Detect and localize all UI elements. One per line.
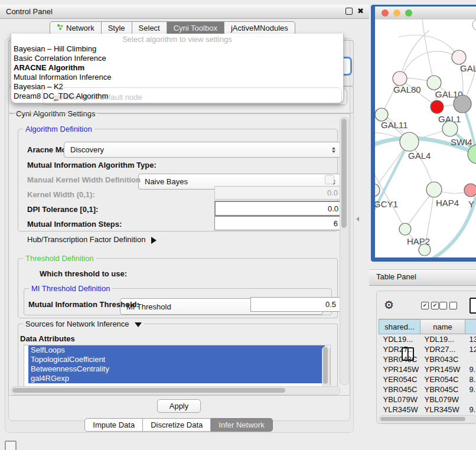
splitter-handle-icon[interactable] — [356, 217, 359, 221]
column-header-partial: A — [465, 319, 476, 334]
hub-definition-expander[interactable]: Hub/Transcription Factor Definition — [27, 235, 157, 244]
collapsed-panel-button[interactable] — [5, 441, 17, 450]
table-row[interactable]: YBR045CYBR045C9. — [379, 384, 476, 394]
network-window-frame: GALGAL80GAL10GAL1SWI4GAL11GAL4GCY1HAP4YH… — [371, 5, 476, 262]
network-node[interactable] — [375, 184, 380, 197]
which-threshold-label: Which threshold to use: — [40, 269, 127, 278]
data-attribute-item[interactable]: TopologicalCoefficient — [28, 355, 325, 364]
table-panel-title: Table Panel — [376, 272, 416, 281]
float-window-icon[interactable] — [345, 8, 353, 15]
network-node-label: Y — [468, 199, 474, 209]
mi-threshold-field[interactable]: 0.5 — [250, 297, 340, 312]
network-node-label: GAL — [460, 63, 476, 73]
network-edge[interactable] — [399, 35, 459, 57]
table-row[interactable]: YDR27...YDR27...12 — [379, 344, 476, 354]
algorithm-option[interactable]: Dream8 DC_TDC Algorithm — [11, 92, 343, 101]
manual-kernel-width-checkbox[interactable] — [325, 175, 334, 184]
control-panel-title: Control Panel — [6, 7, 53, 16]
network-node-label: GAL4 — [408, 151, 431, 161]
dpi-tolerance-field[interactable]: 0.0 — [214, 201, 343, 216]
table-row[interactable]: YDL19...YDL19...13 — [379, 334, 476, 345]
control-panel-tabs: Network Style Select Cyni Toolbox jActiv… — [50, 21, 295, 35]
zoom-traffic-light-icon[interactable] — [405, 9, 412, 17]
table-panel-titlebar: Table Panel — [369, 269, 476, 286]
data-attributes-list[interactable]: SelfLoopsTopologicalCoefficientBetweenne… — [24, 345, 331, 389]
table-row[interactable]: YLR345WYLR345W9. — [379, 405, 476, 415]
network-node[interactable] — [426, 182, 442, 197]
tab-impute-data[interactable]: Impute Data — [84, 418, 143, 432]
close-window-icon[interactable]: ✖ — [357, 8, 364, 15]
algorithm-option[interactable]: Mutual Information Inference — [11, 73, 343, 82]
table-horizontal-scrollbar[interactable] — [379, 415, 476, 423]
algorithm-option[interactable]: Basic Correlation Inference — [11, 54, 343, 63]
control-panel-titlebar: Control Panel ✖ — [0, 5, 369, 19]
network-node[interactable] — [399, 223, 411, 235]
data-attribute-item[interactable]: SelfLoops — [28, 345, 325, 355]
mi-threshold-label: Mutual Information Threshold: — [28, 300, 139, 309]
network-node[interactable] — [393, 71, 407, 86]
table-header-row[interactable]: shared... name A — [379, 319, 476, 334]
algorithm-option[interactable]: ARACNE Algorithm — [11, 63, 343, 73]
network-node[interactable] — [464, 184, 476, 197]
data-attribute-item[interactable]: gal4RGexp — [28, 374, 325, 383]
algorithm-option[interactable]: Bayesian – Hill Climbing — [11, 44, 343, 54]
threshold-definition-title: Threshold Definition — [23, 254, 96, 263]
manual-kernel-width-label: Manual Kernel Width Definition — [27, 175, 141, 184]
settings-horizontal-scrollbar[interactable] — [11, 386, 340, 395]
mi-threshold-group-title: MI Threshold Definition — [29, 284, 112, 293]
network-node[interactable] — [454, 95, 471, 113]
network-node[interactable] — [452, 50, 466, 64]
gear-icon[interactable]: ⚙ — [384, 298, 394, 312]
tab-network[interactable]: Network — [50, 21, 102, 35]
table-file-icon[interactable] — [470, 298, 476, 314]
table-row[interactable]: YPR145WYPR145W9. — [379, 364, 476, 374]
table-row[interactable]: YBL079WYBL079W — [379, 394, 476, 405]
tab-infer-network[interactable]: Infer Network — [211, 418, 272, 432]
network-node[interactable] — [400, 132, 419, 151]
canvas-widget-icon[interactable] — [472, 19, 476, 30]
network-node[interactable] — [442, 121, 458, 136]
network-node-label: GCY1 — [375, 199, 398, 209]
table-row[interactable]: YBR043CYBR043C — [379, 354, 476, 364]
mi-steps-field[interactable]: 6 — [214, 216, 342, 230]
attributes-scrollbar[interactable] — [322, 346, 330, 387]
network-edge[interactable] — [422, 19, 434, 83]
network-node-label: SWI4 — [451, 137, 472, 147]
node-table-viewport: shared... name A YDL19...YDL19...13YDR27… — [379, 319, 476, 415]
network-node[interactable] — [427, 76, 441, 90]
network-window-titlebar — [375, 6, 476, 20]
tab-jactivemnodules[interactable]: jActiveMNodules — [224, 21, 295, 35]
network-node[interactable] — [431, 100, 444, 113]
network-node[interactable] — [375, 108, 388, 121]
network-edge-thick[interactable] — [386, 197, 476, 257]
tab-cyni-toolbox[interactable]: Cyni Toolbox — [167, 21, 224, 35]
mi-algorithm-type-label: Mutual Information Algorithm Type: — [27, 161, 157, 169]
data-attribute-item[interactable]: BetweennessCentrality — [28, 364, 325, 374]
tab-discretize-data[interactable]: Discretize Data — [143, 418, 211, 432]
cyni-bottom-tabs: Impute Data Discretize Data Infer Networ… — [5, 418, 353, 432]
table-row[interactable]: YER054CYER054C8. — [379, 374, 476, 384]
aracne-mode-combo[interactable]: Discovery — [64, 142, 341, 158]
combo-stepper-icon — [332, 147, 336, 153]
unchecked-columns-icon[interactable] — [439, 302, 457, 309]
network-node[interactable] — [419, 244, 431, 256]
network-node-label: HAP4 — [436, 198, 459, 208]
column-header-name: name — [420, 319, 465, 334]
kernel-width-field[interactable]: 0.0 — [214, 186, 342, 200]
network-canvas[interactable]: GALGAL80GAL10GAL1SWI4GAL11GAL4GCY1HAP4YH… — [375, 19, 476, 257]
algorithm-dropdown-list: Select algorithm to view settings Bayesi… — [11, 34, 344, 103]
apply-button[interactable]: Apply — [157, 399, 201, 413]
minimize-traffic-light-icon[interactable] — [393, 9, 400, 17]
algorithm-option[interactable]: Bayesian – K2 — [11, 82, 343, 92]
tab-style[interactable]: Style — [102, 21, 132, 35]
checked-columns-icon[interactable]: ✔✔ — [421, 302, 439, 309]
tab-select[interactable]: Select — [132, 21, 167, 35]
node-table[interactable]: shared... name A YDL19...YDL19...13YDR27… — [379, 319, 476, 415]
sources-title[interactable]: Sources for Network Inference — [23, 319, 144, 328]
screen: Control Panel ✖ Network Style Select Cyn… — [0, 0, 476, 450]
kernel-width-label: Kernel Width (0,1): — [27, 190, 95, 199]
mi-steps-label: Mutual Information Steps: — [27, 220, 122, 229]
close-traffic-light-icon[interactable] — [382, 9, 389, 17]
data-attributes-label: Data Attributes — [20, 334, 75, 343]
settings-vertical-scrollbar[interactable] — [340, 117, 349, 385]
